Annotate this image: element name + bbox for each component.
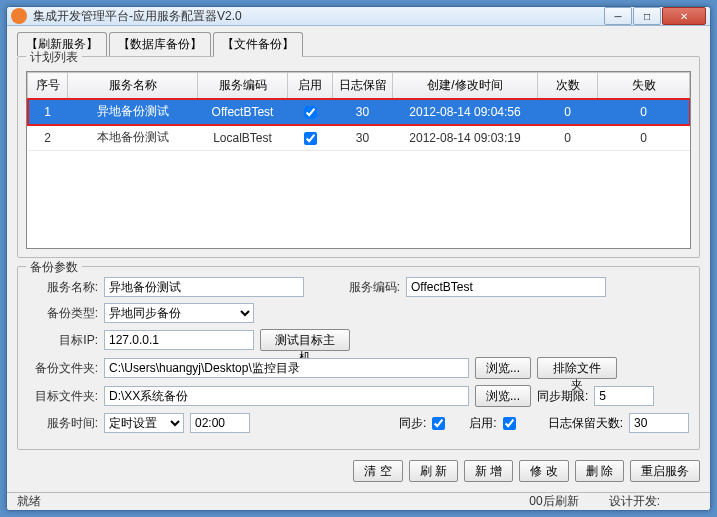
tab-db-backup[interactable]: 【数据库备份】 xyxy=(109,32,211,56)
backup-type-select[interactable]: 异地同步备份 xyxy=(104,303,254,323)
cell-time: 2012-08-14 09:04:56 xyxy=(393,99,538,125)
service-code-input[interactable] xyxy=(406,277,606,297)
time-mode-select[interactable]: 定时设置 xyxy=(104,413,184,433)
content-area: 【刷新服务】 【数据库备份】 【文件备份】 计划列表 序号 服务名称 服务编码 … xyxy=(7,26,710,492)
src-label: 备份文件夹: xyxy=(28,360,98,377)
restart-service-button[interactable]: 重启服务 xyxy=(630,460,700,482)
browse-src-button[interactable]: 浏览... xyxy=(475,357,531,379)
action-buttons: 清 空 刷 新 新 增 修 改 删 除 重启服务 xyxy=(17,456,700,486)
sync-limit-label: 同步期限: xyxy=(537,388,588,405)
cell-fail: 0 xyxy=(598,99,690,125)
main-window: 集成开发管理平台-应用服务配置器V2.0 ─ □ ✕ 【刷新服务】 【数据库备份… xyxy=(6,6,711,511)
enable-checkbox[interactable] xyxy=(503,417,516,430)
edit-button[interactable]: 修 改 xyxy=(519,460,568,482)
backup-folder-input[interactable] xyxy=(104,358,469,378)
titlebar: 集成开发管理平台-应用服务配置器V2.0 ─ □ ✕ xyxy=(7,7,710,26)
status-dev: 设计开发: xyxy=(609,493,660,510)
cell-count: 0 xyxy=(538,99,598,125)
table-row[interactable]: 2 本地备份测试 LocalBTest 30 2012-08-14 09:03:… xyxy=(28,125,690,151)
clear-button[interactable]: 清 空 xyxy=(353,460,402,482)
col-enable[interactable]: 启用 xyxy=(288,73,333,99)
sync-checkbox[interactable] xyxy=(432,417,445,430)
window-controls: ─ □ ✕ xyxy=(604,7,706,25)
service-name-input[interactable] xyxy=(104,277,304,297)
close-button[interactable]: ✕ xyxy=(662,7,706,25)
maximize-button[interactable]: □ xyxy=(633,7,661,25)
cell-enable xyxy=(288,125,333,151)
col-seq[interactable]: 序号 xyxy=(28,73,68,99)
ip-label: 目标IP: xyxy=(28,332,98,349)
col-time[interactable]: 创建/修改时间 xyxy=(393,73,538,99)
status-refresh: 00后刷新 xyxy=(529,493,578,510)
exclude-folder-button[interactable]: 排除文件夹 xyxy=(537,357,617,379)
window-title: 集成开发管理平台-应用服务配置器V2.0 xyxy=(33,8,604,25)
add-button[interactable]: 新 增 xyxy=(464,460,513,482)
sync-limit-input[interactable] xyxy=(594,386,654,406)
plan-list-group: 计划列表 序号 服务名称 服务编码 启用 日志保留 创建/修改时间 次数 失败 xyxy=(17,56,700,258)
cell-seq: 1 xyxy=(28,99,68,125)
backup-params-group: 备份参数 服务名称: 服务编码: 备份类型: 异地同步备份 目标IP: 测试目标… xyxy=(17,266,700,450)
app-icon xyxy=(11,8,27,24)
cell-code: LocalBTest xyxy=(198,125,288,151)
time-value-input[interactable] xyxy=(190,413,250,433)
browse-dst-button[interactable]: 浏览... xyxy=(475,385,531,407)
status-bar: 就绪 00后刷新 设计开发: xyxy=(7,492,710,510)
cell-fail: 0 xyxy=(598,125,690,151)
cell-enable xyxy=(288,99,333,125)
log-days-label: 日志保留天数: xyxy=(548,415,623,432)
refresh-button[interactable]: 刷 新 xyxy=(409,460,458,482)
cell-seq: 2 xyxy=(28,125,68,151)
col-log[interactable]: 日志保留 xyxy=(333,73,393,99)
col-fail[interactable]: 失败 xyxy=(598,73,690,99)
table-row[interactable]: 1 异地备份测试 OffectBTest 30 2012-08-14 09:04… xyxy=(28,99,690,125)
col-count[interactable]: 次数 xyxy=(538,73,598,99)
enable-checkbox[interactable] xyxy=(304,106,317,119)
col-name[interactable]: 服务名称 xyxy=(68,73,198,99)
plan-table-wrap: 序号 服务名称 服务编码 启用 日志保留 创建/修改时间 次数 失败 1 xyxy=(26,71,691,249)
sync-label: 同步: xyxy=(399,415,426,432)
cell-count: 0 xyxy=(538,125,598,151)
plan-list-title: 计划列表 xyxy=(26,49,82,66)
delete-button[interactable]: 删 除 xyxy=(575,460,624,482)
target-ip-input[interactable] xyxy=(104,330,254,350)
name-label: 服务名称: xyxy=(28,279,98,296)
cell-name: 异地备份测试 xyxy=(68,99,198,125)
params-title: 备份参数 xyxy=(26,259,82,276)
cell-code: OffectBTest xyxy=(198,99,288,125)
dst-label: 目标文件夹: xyxy=(28,388,98,405)
code-label: 服务编码: xyxy=(310,279,400,296)
time-label: 服务时间: xyxy=(28,415,98,432)
tab-file-backup[interactable]: 【文件备份】 xyxy=(213,32,303,57)
cell-log: 30 xyxy=(333,99,393,125)
type-label: 备份类型: xyxy=(28,305,98,322)
plan-table: 序号 服务名称 服务编码 启用 日志保留 创建/修改时间 次数 失败 1 xyxy=(27,72,690,151)
target-folder-input[interactable] xyxy=(104,386,469,406)
cell-name: 本地备份测试 xyxy=(68,125,198,151)
cell-log: 30 xyxy=(333,125,393,151)
enable-label: 启用: xyxy=(469,415,496,432)
minimize-button[interactable]: ─ xyxy=(604,7,632,25)
status-ready: 就绪 xyxy=(17,493,41,510)
cell-time: 2012-08-14 09:03:19 xyxy=(393,125,538,151)
log-days-input[interactable] xyxy=(629,413,689,433)
col-code[interactable]: 服务编码 xyxy=(198,73,288,99)
test-host-button[interactable]: 测试目标主机 xyxy=(260,329,350,351)
enable-checkbox[interactable] xyxy=(304,132,317,145)
tab-bar: 【刷新服务】 【数据库备份】 【文件备份】 xyxy=(17,32,700,56)
